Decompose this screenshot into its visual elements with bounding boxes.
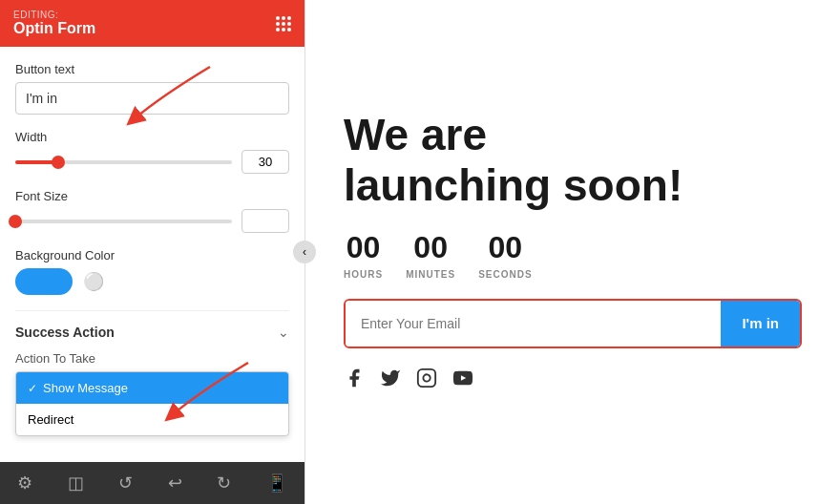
- font-size-field-group: Font Size: [15, 189, 289, 233]
- divider: [15, 310, 289, 311]
- countdown-hours: 00 HOURS: [344, 230, 383, 280]
- button-text-input[interactable]: [15, 82, 289, 115]
- width-slider-track[interactable]: [15, 160, 232, 164]
- background-color-field-group: Background Color ⚪: [15, 248, 289, 295]
- editing-label: EDITING:: [13, 10, 95, 20]
- svg-rect-0: [418, 369, 435, 387]
- panel-body: Button text Width Font Size: [0, 47, 304, 462]
- width-slider-row: [15, 150, 289, 174]
- button-text-label: Button text: [15, 62, 289, 76]
- email-form: I'm in: [344, 299, 802, 348]
- dropdown-item-label: Redirect: [28, 412, 74, 427]
- font-size-slider-row: [15, 209, 289, 233]
- submit-button[interactable]: I'm in: [721, 301, 800, 346]
- color-pill[interactable]: [15, 268, 73, 295]
- font-size-slider-track[interactable]: [15, 220, 232, 223]
- color-wheel-icon[interactable]: ⚪: [82, 270, 105, 293]
- action-dropdown-container: ✓ Show Message Redirect: [15, 371, 289, 436]
- countdown-seconds-label: SECONDS: [478, 269, 532, 280]
- dots-menu-icon[interactable]: [276, 16, 291, 32]
- email-input[interactable]: [346, 301, 721, 346]
- header-text: EDITING: Optin Form: [13, 10, 95, 37]
- countdown-minutes-label: MINUTES: [406, 269, 455, 280]
- width-value-input[interactable]: [242, 150, 289, 174]
- panel-header: EDITING: Optin Form: [0, 0, 304, 47]
- right-panel: We are launching soon! 00 HOURS 00 MINUT…: [305, 0, 840, 504]
- twitter-icon[interactable]: [380, 368, 401, 394]
- redo-icon[interactable]: ↻: [207, 469, 241, 497]
- chevron-down-icon[interactable]: ⌄: [278, 325, 289, 340]
- dropdown-item-redirect[interactable]: Redirect: [16, 404, 288, 435]
- layers-icon[interactable]: ◫: [58, 469, 94, 497]
- width-label: Width: [15, 130, 289, 144]
- facebook-icon[interactable]: [344, 368, 365, 394]
- background-color-label: Background Color: [15, 248, 289, 262]
- launch-title: We are launching soon!: [344, 110, 802, 211]
- checkmark-icon: ✓: [28, 382, 37, 395]
- countdown-row: 00 HOURS 00 MINUTES 00 SECONDS: [344, 230, 802, 280]
- success-action-header: Success Action ⌄: [15, 325, 289, 340]
- countdown-minutes: 00 MINUTES: [406, 230, 455, 280]
- instagram-icon[interactable]: [416, 368, 437, 394]
- width-field-group: Width: [15, 130, 289, 174]
- social-row: [344, 368, 802, 394]
- dropdown-item-label: Show Message: [43, 381, 128, 395]
- action-to-take-group: Action To Take ✓ Show Message Redirect: [15, 351, 289, 436]
- youtube-icon[interactable]: [452, 368, 473, 394]
- action-to-take-label: Action To Take: [15, 351, 289, 366]
- bottom-toolbar: ⚙ ◫ ↺ ↩ ↻ 📱: [0, 462, 304, 504]
- left-panel: EDITING: Optin Form Button text Width: [0, 0, 305, 504]
- launch-title-line1: We are: [344, 110, 487, 159]
- mobile-preview-icon[interactable]: 📱: [257, 469, 297, 497]
- countdown-hours-label: HOURS: [344, 269, 383, 280]
- history-icon[interactable]: ↺: [109, 469, 142, 497]
- countdown-minutes-value: 00: [413, 230, 448, 265]
- button-text-field-group: Button text: [15, 62, 289, 115]
- undo-icon[interactable]: ↩: [158, 469, 192, 497]
- action-dropdown-menu[interactable]: ✓ Show Message Redirect: [15, 371, 289, 436]
- font-size-value-input[interactable]: [242, 209, 289, 233]
- color-row: ⚪: [15, 268, 289, 295]
- panel-title: Optin Form: [13, 20, 95, 37]
- countdown-hours-value: 00: [346, 230, 381, 265]
- countdown-seconds-value: 00: [489, 230, 523, 265]
- launch-title-line2: launching soon!: [344, 160, 682, 210]
- font-size-label: Font Size: [15, 189, 289, 203]
- width-slider-thumb[interactable]: [52, 156, 65, 169]
- font-size-slider-thumb[interactable]: [9, 215, 22, 228]
- collapse-panel-button[interactable]: ‹: [293, 241, 316, 263]
- dropdown-item-show-message[interactable]: ✓ Show Message: [16, 372, 288, 404]
- countdown-seconds: 00 SECONDS: [478, 230, 532, 280]
- success-action-title: Success Action: [15, 325, 115, 340]
- settings-icon[interactable]: ⚙: [8, 469, 42, 497]
